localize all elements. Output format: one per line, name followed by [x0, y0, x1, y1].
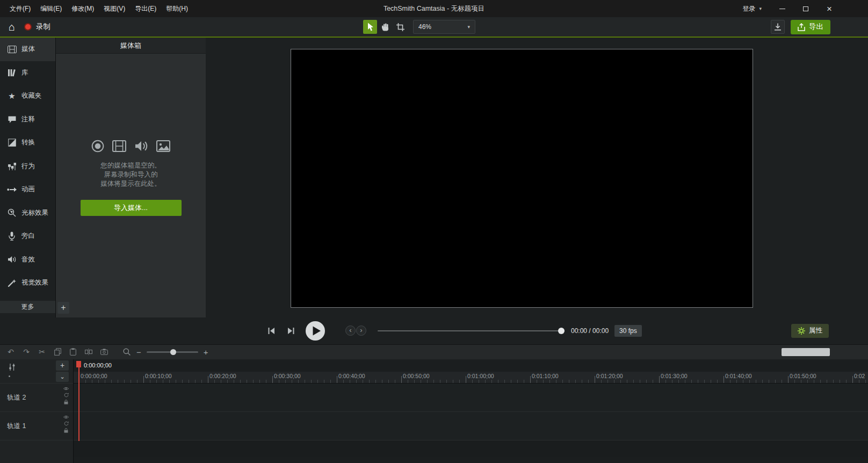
zoom-out-button[interactable]: − [136, 348, 141, 356]
timeline-playhead-row: 0:00:00;00 [74, 359, 868, 372]
menu-edit[interactable]: 编辑(E) [36, 2, 66, 16]
sidebar-item-cursor-effects[interactable]: 光标效果 [0, 201, 55, 225]
timeline-zoom-slider-thumb[interactable] [170, 349, 176, 355]
sidebar-item-visual-effects[interactable]: 视觉效果 [0, 271, 55, 295]
crop-tool-button[interactable] [393, 20, 407, 34]
ruler-label: 0:01:00;00 [467, 373, 494, 379]
close-icon: × [827, 4, 832, 13]
eye-icon[interactable] [63, 387, 69, 390]
empty-state-text: 您的媒体箱是空的。 屏幕录制和导入的 媒体将显示在此处。 [100, 161, 161, 189]
cursor-effects-icon [7, 208, 17, 217]
menu-view[interactable]: 视图(V) [99, 2, 129, 16]
microphone-icon [7, 232, 17, 241]
ruler-label: 0:01:20;00 [596, 373, 623, 379]
properties-button[interactable]: 属性 [791, 324, 829, 338]
download-button[interactable] [771, 20, 785, 34]
sidebar-item-label: 注释 [21, 115, 35, 124]
film-icon [112, 140, 126, 152]
record-button[interactable]: 录制 [24, 22, 50, 32]
timeline-zoom-slider[interactable] [147, 351, 198, 353]
add-tool-button[interactable]: + [57, 302, 69, 314]
track-lane[interactable] [74, 384, 868, 412]
paste-button[interactable] [69, 348, 77, 356]
sidebar-item-label: 行为 [21, 162, 35, 171]
track-header[interactable]: 轨道 1 [0, 412, 73, 440]
sidebar-item-voice-narration[interactable]: 旁白 [0, 225, 55, 248]
sidebar-item-label: 光标效果 [21, 208, 48, 218]
main-area: 媒体 库 ★ 收藏夹 注释 转换 [0, 38, 868, 317]
sidebar-item-library[interactable]: 库 [0, 61, 55, 85]
magnifier-icon [122, 348, 131, 356]
export-button[interactable]: 导出 [791, 20, 830, 34]
play-icon [305, 321, 326, 341]
preview-canvas[interactable] [291, 49, 753, 308]
lock-icon[interactable] [64, 400, 68, 404]
seek-slider[interactable] [378, 330, 565, 331]
sidebar-item-transitions[interactable]: 转换 [0, 131, 55, 155]
track-header[interactable]: 轨道 2 [0, 384, 73, 412]
menu-file[interactable]: 文件(F) [5, 2, 35, 16]
menu-export[interactable]: 导出(E) [131, 2, 161, 16]
media-bin-body: 您的媒体箱是空的。 屏幕录制和导入的 媒体将显示在此处。 导入媒体... + [56, 54, 206, 317]
add-track-button[interactable]: + [56, 360, 69, 371]
close-button[interactable]: × [818, 0, 841, 17]
playhead-handle[interactable] [76, 361, 81, 367]
redo-button[interactable]: ↷ [22, 348, 31, 356]
ruler-label: 0:01:30;00 [661, 373, 688, 379]
track-toggle-icons [63, 387, 69, 404]
properties-label: 属性 [809, 326, 822, 335]
minimize-button[interactable] [770, 0, 794, 17]
speaker-icon [7, 256, 17, 263]
sidebar-item-label: 媒体 [21, 45, 35, 54]
sidebar-more-button[interactable]: 更多 [0, 301, 55, 313]
loop-icon[interactable] [64, 393, 69, 397]
animations-icon [7, 186, 17, 193]
next-frame-button[interactable] [286, 326, 296, 336]
zoom-value: 46% [418, 23, 431, 31]
zoom-in-button[interactable]: + [204, 348, 208, 356]
zoom-dropdown[interactable]: 46% ▾ [413, 20, 475, 34]
menubar: 文件(F) 编辑(E) 修改(M) 视图(V) 导出(E) 帮助(H) Tech… [0, 0, 868, 17]
menu-help[interactable]: 帮助(H) [162, 2, 192, 16]
pan-tool-button[interactable] [378, 20, 392, 34]
play-button[interactable] [305, 321, 326, 341]
jump-back-button[interactable]: ‹ [345, 325, 356, 336]
collapse-tracks-button[interactable]: ⌄ [56, 372, 69, 382]
screenshot-button[interactable] [100, 348, 108, 356]
ruler-label: 0:02 [854, 373, 865, 379]
menu-modify[interactable]: 修改(M) [67, 2, 98, 16]
jump-forward-button[interactable]: › [356, 325, 366, 336]
maximize-button[interactable] [794, 0, 818, 17]
cut-button[interactable]: ✂ [38, 348, 46, 356]
audio-mixer-icon[interactable] [8, 363, 16, 371]
eye-icon[interactable] [63, 415, 69, 419]
lock-icon[interactable] [64, 428, 68, 433]
seek-slider-thumb[interactable] [558, 328, 565, 334]
record-circle-icon [91, 140, 104, 153]
sidebar-item-animations[interactable]: 动画 [0, 178, 55, 201]
timeline-scroll-minimap[interactable] [782, 348, 830, 356]
sidebar-item-favorites[interactable]: ★ 收藏夹 [0, 84, 55, 108]
sidebar-item-annotations[interactable]: 注释 [0, 108, 55, 132]
sidebar-item-behaviors[interactable]: 行为 [0, 155, 55, 178]
sign-in-button[interactable]: 登录 ▾ [734, 0, 770, 17]
gear-icon [798, 327, 805, 335]
split-button[interactable] [84, 348, 93, 356]
copy-button[interactable] [53, 348, 62, 356]
undo-button[interactable]: ↶ [6, 348, 15, 356]
playhead[interactable] [78, 361, 79, 441]
timeline-ruler[interactable]: 0:00:00;00 0:00:10;00 0:00:20;00 0:00:30… [74, 372, 868, 384]
canvas-tools: 46% ▾ [363, 20, 475, 34]
home-icon[interactable]: ⌂ [9, 21, 15, 32]
cursor-tool-button[interactable] [363, 20, 377, 34]
ruler-label: 0:00:30;00 [274, 373, 301, 379]
previous-frame-icon [267, 327, 275, 335]
loop-icon[interactable] [64, 421, 69, 426]
previous-frame-button[interactable] [266, 326, 276, 336]
sidebar-item-audio-effects[interactable]: 音效 [0, 248, 55, 272]
sidebar-item-label: 转换 [21, 138, 35, 147]
track-lane[interactable] [74, 412, 868, 440]
import-media-button[interactable]: 导入媒体... [81, 200, 182, 216]
sidebar-item-media[interactable]: 媒体 [0, 38, 55, 61]
ruler-label: 0:00:20;00 [209, 373, 236, 379]
